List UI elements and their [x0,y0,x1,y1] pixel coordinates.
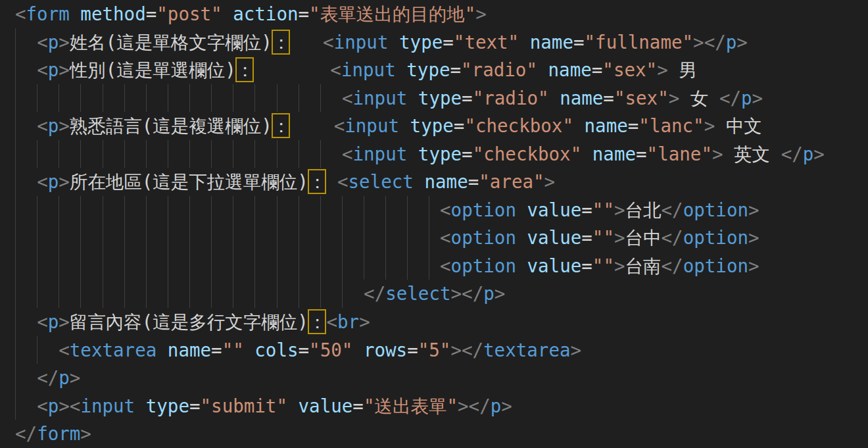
code-token: ></ [693,32,726,53]
indent-guides [15,252,440,280]
code-token: 姓名(這是單格文字欄位) [70,32,272,53]
code-text: <p>熟悉語言(這是複選欄位)： <input type="checkbox" … [37,112,762,140]
code-line[interactable]: </select></p> [15,280,868,308]
code-token [519,32,530,53]
code-line[interactable]: <input type="checkbox" name="lane"> 英文 <… [15,140,868,168]
code-line[interactable]: <textarea name="" cols="50" rows="5"></t… [15,336,868,364]
code-line[interactable]: <p>性別(這是單選欄位)： <input type="radio" name=… [15,56,868,84]
code-token: option [683,255,748,276]
code-line[interactable]: <option value="">台南</option> [15,252,868,280]
code-token: > [614,255,625,276]
code-token: name [530,32,573,53]
code-token [573,115,585,136]
code-token: 男 [668,59,697,80]
code-token: "post" [157,3,222,24]
code-token: option [451,227,516,248]
code-token: "lanc" [639,115,704,136]
code-token: < [342,143,353,164]
code-token: > [736,32,748,53]
code-token: "5" [418,339,451,361]
code-token [135,395,146,416]
code-token: < [15,3,26,24]
code-token: p [48,59,59,80]
code-token: < [37,395,48,416]
code-token: = [592,59,603,80]
code-token: > [614,227,625,248]
code-text: <textarea name="" cols="50" rows="5"></t… [59,336,581,364]
code-token: = [462,143,473,164]
code-token: > [359,311,370,332]
code-token: > [748,199,760,220]
indent-guides [15,84,342,112]
code-line[interactable]: </form> [15,420,868,448]
code-token: < [323,32,334,53]
ambiguous-unicode-highlight: ： [236,59,254,80]
code-token: </ [719,87,741,109]
code-token: p [59,367,70,388]
code-token: value [527,199,582,220]
code-token: = [443,32,454,53]
code-token: "fullname" [585,32,694,53]
code-token: input [80,395,135,416]
code-token: = [468,171,479,192]
code-token: select [349,171,414,192]
code-token: > [712,143,723,164]
code-line[interactable]: <form method="post" action="表單送出的目的地"> [15,0,868,28]
code-token: name [585,115,628,136]
code-token: name [560,87,603,109]
code-token [326,171,337,192]
code-token: "50" [309,339,352,361]
code-line[interactable]: </p> [15,364,868,392]
code-token: "" [592,199,614,220]
code-line[interactable]: <p><input type="submit" value="送出表單"></p… [15,392,868,420]
code-token: "" [592,227,614,248]
code-token: > [70,367,81,388]
code-token: 女 [679,87,719,109]
code-token: p [48,171,59,192]
code-line[interactable]: <p>熟悉語言(這是複選欄位)： <input type="checkbox" … [15,112,868,140]
code-token: < [440,255,451,276]
code-token [516,227,527,248]
code-token: > [59,311,70,332]
code-token: type [146,395,189,416]
code-line[interactable]: <p>姓名(這是單格文字欄位)： <input type="text" name… [15,28,868,57]
code-token [290,32,323,53]
code-token: < [440,199,451,220]
code-editor-area[interactable]: <form method="post" action="表單送出的目的地"><p… [0,0,868,448]
indent-guides [15,392,37,420]
code-token: name [424,171,468,192]
indent-guides [15,280,364,308]
code-token [244,339,255,361]
code-token: "lane" [647,143,712,164]
code-token: > [59,171,70,192]
code-token: > [614,199,625,220]
code-text: <option value="">台南</option> [440,252,760,280]
code-line[interactable]: <input type="radio" name="sex"> 女 </p> [15,84,868,112]
code-text: <form method="post" action="表單送出的目的地"> [15,0,487,28]
code-token [287,395,299,416]
code-token: < [334,115,345,136]
code-token: cols [254,339,298,361]
code-token: </ [37,367,59,388]
code-token: 性別(這是單選欄位) [70,59,236,80]
code-token: "checkbox" [464,115,573,136]
code-token: input [353,87,408,109]
code-token: </ [364,283,385,304]
code-token: type [399,32,443,53]
code-token: 台北 [625,199,662,220]
code-token: = [581,255,592,276]
code-token: 熟悉語言(這是複選欄位) [70,115,272,136]
code-token: ></ [450,339,483,361]
code-token [407,87,418,109]
code-line[interactable]: <p>留言內容(這是多行文字欄位)：<br> [15,308,868,336]
code-text: <p>姓名(這是單格文字欄位)： <input type="text" name… [37,28,748,57]
code-line[interactable]: <option value="">台中</option> [15,224,868,252]
code-token [537,59,548,80]
code-token: "radio" [473,87,549,109]
code-text: <option value="">台中</option> [440,224,760,252]
code-token: 中文 [715,115,762,136]
code-token [399,115,410,136]
code-token [516,255,527,276]
code-line[interactable]: <option value="">台北</option> [15,196,868,224]
code-line[interactable]: <p>所在地區(這是下拉選單欄位)： <select name="area"> [15,168,868,196]
